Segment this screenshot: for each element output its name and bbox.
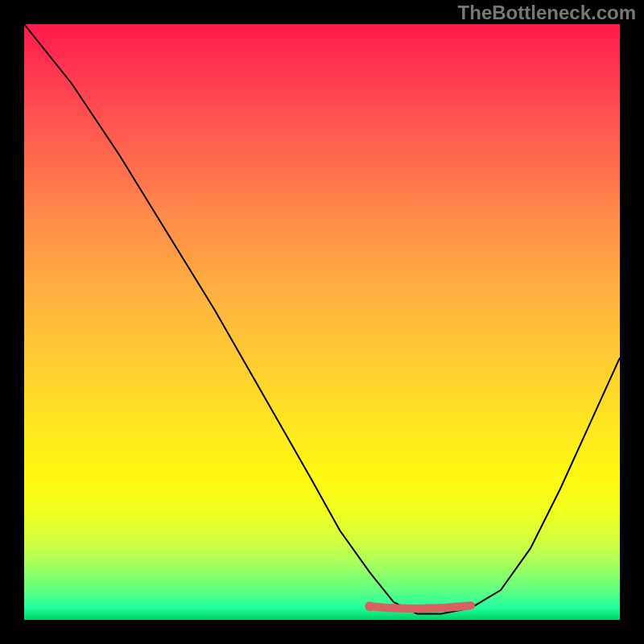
optimal-marker-line (369, 605, 471, 609)
watermark-text: TheBottleneck.com (458, 2, 636, 24)
optimal-marker-dot (365, 601, 374, 611)
chart-svg (24, 24, 620, 620)
bottleneck-curve (24, 24, 620, 614)
chart-plot-area (24, 24, 620, 620)
